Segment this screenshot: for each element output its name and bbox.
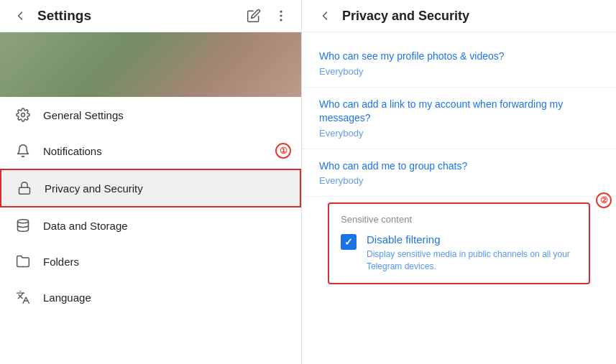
nav-item-general[interactable]: General Settings: [0, 97, 301, 133]
svg-point-2: [280, 19, 282, 21]
nav-list: General Settings Notifications ① Privacy…: [0, 97, 301, 364]
bell-icon: [14, 142, 32, 159]
gear-icon: [14, 106, 32, 123]
sensitive-wrapper: ② Sensitive content Disable filtering Di…: [316, 202, 602, 284]
more-button[interactable]: [272, 7, 290, 24]
sensitive-section: Sensitive content Disable filtering Disp…: [328, 202, 590, 284]
nav-item-language[interactable]: Language: [0, 279, 301, 315]
left-header: Settings: [0, 0, 301, 32]
database-icon: [14, 217, 32, 234]
right-back-button[interactable]: [316, 7, 334, 24]
setting-question-1: Who can add a link to my account when fo…: [319, 98, 599, 126]
setting-row-2[interactable]: Who can add me to group chats? Everybody: [302, 149, 616, 197]
notifications-annotation: ①: [275, 143, 291, 159]
svg-rect-4: [19, 187, 30, 194]
svg-point-0: [280, 11, 282, 12]
setting-row-1[interactable]: Who can add a link to my account when fo…: [302, 88, 616, 149]
svg-point-1: [280, 15, 282, 17]
sensitive-option-desc: Display sensitive media in public channe…: [367, 248, 577, 273]
checkbox-checked-icon[interactable]: [341, 234, 357, 250]
nav-label-notifications: Notifications: [43, 145, 287, 157]
edit-button[interactable]: [245, 7, 262, 24]
left-panel: Settings: [0, 0, 302, 364]
sensitive-row: Disable filtering Display sensitive medi…: [341, 233, 577, 273]
profile-banner: [0, 32, 301, 97]
setting-question-2: Who can add me to group chats?: [319, 159, 599, 174]
sensitive-option-label: Disable filtering: [367, 233, 577, 246]
nav-item-folders[interactable]: Folders: [0, 243, 301, 279]
svg-point-3: [22, 113, 25, 117]
nav-label-general: General Settings: [43, 109, 287, 121]
right-panel: Privacy and Security Who can see my prof…: [302, 0, 616, 364]
nav-label-language: Language: [43, 291, 287, 304]
left-header-left: Settings: [12, 7, 91, 24]
setting-question-0: Who can see my profile photos & videos?: [319, 50, 599, 64]
profile-banner-blur: [0, 32, 301, 97]
right-header: Privacy and Security: [302, 0, 616, 32]
sensitive-title: Sensitive content: [341, 214, 577, 225]
left-header-actions: [245, 7, 290, 24]
setting-row-0[interactable]: Who can see my profile photos & videos? …: [302, 39, 616, 88]
setting-value-1: Everybody: [319, 128, 599, 139]
sensitive-annotation: ②: [596, 192, 612, 208]
edit-icon: [247, 9, 261, 23]
right-title: Privacy and Security: [342, 9, 469, 24]
back-icon: [13, 9, 27, 23]
setting-value-0: Everybody: [319, 66, 599, 77]
nav-label-folders: Folders: [43, 256, 287, 268]
nav-item-notifications[interactable]: Notifications ①: [0, 133, 301, 169]
translate-icon: [14, 289, 32, 306]
nav-label-data: Data and Storage: [43, 220, 287, 232]
svg-point-5: [18, 220, 29, 223]
more-icon: [274, 9, 288, 23]
sensitive-text: Disable filtering Display sensitive medi…: [367, 233, 577, 273]
disable-filtering-checkbox[interactable]: [341, 234, 357, 250]
nav-item-privacy[interactable]: Privacy and Security: [0, 169, 301, 207]
lock-icon: [16, 179, 33, 197]
right-content: Who can see my profile photos & videos? …: [302, 32, 616, 364]
nav-item-data[interactable]: Data and Storage: [0, 207, 301, 243]
setting-value-2: Everybody: [319, 175, 599, 186]
nav-label-privacy: Privacy and Security: [45, 182, 285, 195]
settings-title: Settings: [37, 8, 91, 24]
folder-icon: [14, 253, 32, 270]
right-back-icon: [318, 9, 332, 23]
back-button[interactable]: [12, 7, 29, 24]
